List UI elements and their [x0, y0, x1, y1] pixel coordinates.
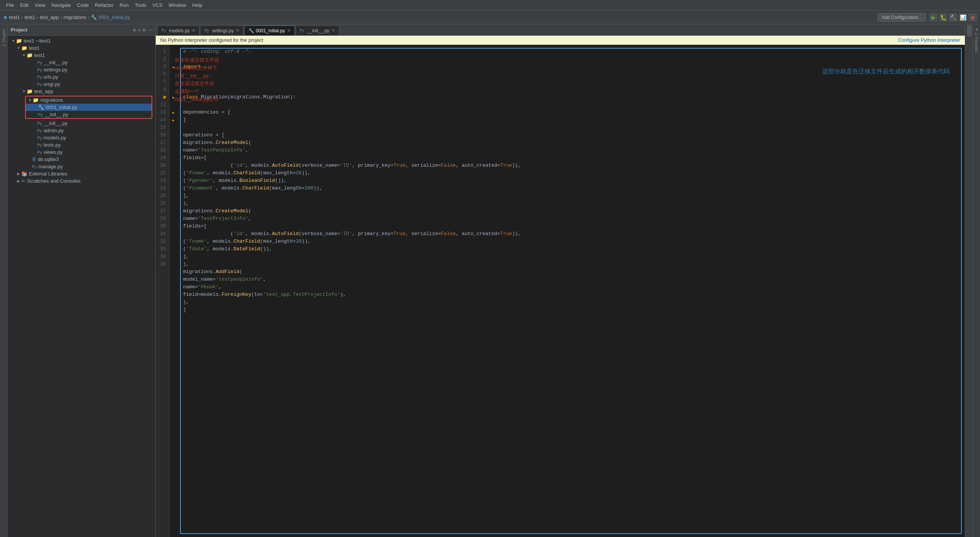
- tree-item-root[interactable]: ▼ 📁 test1 ~/test1: [8, 37, 155, 44]
- code-line-33: field=models.ForeignKey(to='test_app.Tes…: [183, 291, 959, 299]
- code-line-34: ),: [183, 299, 959, 306]
- favorites-tab[interactable]: ★ 2: Favorites: [974, 27, 978, 52]
- tree-item-testapp[interactable]: ▼ 📁 test_app: [8, 88, 155, 95]
- code-line-3: import ...: [183, 63, 959, 71]
- tree-arrow-migrations: ▼: [27, 98, 33, 102]
- code-line-19: ('Pcomment', models.CharField(max_length…: [183, 184, 959, 192]
- line-num-15: 15: [156, 124, 169, 132]
- stop-button[interactable]: ■: [969, 13, 977, 22]
- breadcrumb-folder3[interactable]: migrations: [64, 14, 86, 20]
- tree-item-test1-inner[interactable]: ▼ 📁 test1: [8, 52, 155, 59]
- panel-header: Project ⊕ ≡ ⚙ —: [8, 24, 155, 36]
- panel-collapse-icon[interactable]: ≡: [138, 27, 140, 33]
- breadcrumb-root[interactable]: test1: [9, 14, 20, 20]
- code-line-16: ('id', models.AutoField(verbose_name='ID…: [183, 162, 959, 169]
- tree-label-urls: urls.py: [44, 74, 58, 80]
- breadcrumb-folder1[interactable]: test1: [24, 14, 35, 20]
- left-panel-strip: 1: Project: [0, 24, 8, 537]
- tab-settings[interactable]: Py settings.py ✕: [200, 25, 243, 35]
- py-icon-admin: Py: [37, 129, 42, 133]
- tree-label-init1: __init__.py: [44, 60, 68, 65]
- tree-item-tests[interactable]: Py tests.py: [8, 141, 155, 148]
- menu-code[interactable]: Code: [74, 2, 92, 8]
- tree-item-init-testapp[interactable]: Py __init__.py: [8, 120, 155, 127]
- tree-item-views[interactable]: Py views.py: [8, 148, 155, 156]
- tree-item-settings[interactable]: Py settings.py: [8, 66, 155, 73]
- coverage-button[interactable]: 📊: [959, 13, 967, 22]
- tree-item-urls[interactable]: Py urls.py: [8, 73, 155, 81]
- tree-item-init1[interactable]: Py __init__.py: [8, 59, 155, 66]
- py-icon: Py: [37, 60, 42, 65]
- warning-text: No Python interpreter configured for the…: [160, 37, 263, 43]
- tree-item-0001[interactable]: 🔧 0001_initial.py: [26, 104, 151, 111]
- scrollbar-area[interactable]: [965, 24, 972, 537]
- panel-sync-icon[interactable]: ⊕: [132, 27, 136, 33]
- tab-init[interactable]: Py __init__.py ✕: [296, 25, 339, 35]
- tab-init-close[interactable]: ✕: [332, 28, 335, 33]
- tree-item-admin[interactable]: Py admin.py: [8, 127, 155, 134]
- panel-settings-icon[interactable]: ⚙: [142, 27, 146, 33]
- tree-label-scratches: Scratches and Consoles: [27, 178, 81, 184]
- menu-vcs[interactable]: VCS: [149, 2, 165, 8]
- code-content[interactable]: # -*- coding: utf-8 -*- import ... class…: [177, 45, 965, 537]
- tree-label-extlibs: External Libraries: [29, 171, 67, 176]
- debug-button[interactable]: 🐛: [939, 13, 947, 22]
- menu-help[interactable]: Help: [189, 2, 205, 8]
- code-line-12: operations = [: [183, 132, 959, 139]
- gutter-space-5: [169, 78, 177, 86]
- line-num-31: 31: [156, 230, 169, 238]
- tab-models[interactable]: Py models.py ✕: [157, 25, 199, 35]
- tree-item-init-migrations[interactable]: Py __init__.py: [26, 111, 151, 118]
- line-num-3: 3: [156, 63, 169, 71]
- tree-item-test1[interactable]: ▼ 📁 test1: [8, 44, 155, 52]
- menu-view[interactable]: View: [32, 2, 48, 8]
- menu-tools[interactable]: Tools: [132, 2, 149, 8]
- code-line-5: [183, 78, 959, 86]
- project-tab-vertical[interactable]: 1: Project: [2, 29, 6, 46]
- menu-refactor[interactable]: Refactor: [92, 2, 117, 8]
- menu-edit[interactable]: Edit: [17, 2, 32, 8]
- code-line-20: ],: [183, 192, 959, 200]
- tree-item-migrations[interactable]: ▼ 📁 migrations: [26, 97, 151, 104]
- scrollbar-thumb[interactable]: [967, 25, 972, 37]
- build-button[interactable]: 🔨: [949, 13, 957, 22]
- gutter-icon-9: ⬥: [169, 109, 177, 116]
- code-line-23: name='TestProjectInfo',: [183, 215, 959, 222]
- code-line-21: ),: [183, 200, 959, 207]
- breadcrumb: ■ test1 › test1 › test_app › migrations …: [3, 14, 877, 20]
- menu-window[interactable]: Window: [165, 2, 189, 8]
- right-editor-strip: [965, 24, 972, 537]
- tree-item-wsgi[interactable]: Py wsgi.py: [8, 81, 155, 88]
- tree-item-models[interactable]: Py models.py: [8, 134, 155, 141]
- menu-navigate[interactable]: Navigate: [48, 2, 74, 8]
- tab-models-close[interactable]: ✕: [192, 28, 195, 33]
- tree-item-manage[interactable]: Py manage.py: [8, 163, 155, 170]
- tab-0001-close[interactable]: ✕: [287, 28, 291, 33]
- line-num-30: 30: [156, 222, 169, 230]
- tree-item-extlibs[interactable]: ▶ 📚 External Libraries: [8, 170, 155, 177]
- tree-arrow-scratches: ▶: [16, 179, 21, 183]
- run-button[interactable]: ▶: [929, 13, 937, 22]
- tree-label-views: views.py: [44, 149, 63, 155]
- menu-file[interactable]: File: [3, 2, 17, 8]
- line-num-17: 17: [156, 139, 169, 146]
- configure-interpreter-link[interactable]: Configure Python Interpreter: [898, 37, 960, 43]
- tree-item-db[interactable]: 🗄 db.sqlite3: [8, 156, 155, 163]
- tab-settings-close[interactable]: ✕: [236, 28, 239, 33]
- code-line-24: fields=[: [183, 222, 959, 230]
- code-line-13: migrations.CreateModel(: [183, 139, 959, 146]
- add-configuration-button[interactable]: Add Configuration...: [877, 13, 926, 22]
- menu-run[interactable]: Run: [117, 2, 132, 8]
- py-icon-init-mig: Py: [38, 113, 43, 117]
- breadcrumb-folder2[interactable]: test_app: [40, 14, 59, 20]
- tab-0001[interactable]: 🔧 0001_initial.py ✕: [244, 25, 295, 35]
- panel-close-icon[interactable]: —: [148, 27, 152, 33]
- code-line-11: [183, 124, 959, 132]
- line-num-2: 2: [156, 56, 169, 63]
- code-content-wrapper[interactable]: # -*- coding: utf-8 -*- import ... class…: [177, 45, 965, 537]
- tree-label-manage: manage.py: [38, 164, 63, 169]
- line-num-1: 1: [156, 48, 169, 56]
- tree-item-scratches[interactable]: ▶ ✏ Scratches and Consoles: [8, 177, 155, 184]
- breadcrumb-file[interactable]: 🔧 0001_initial.py: [91, 14, 130, 20]
- gutter-icon-3: ⬥: [169, 63, 177, 71]
